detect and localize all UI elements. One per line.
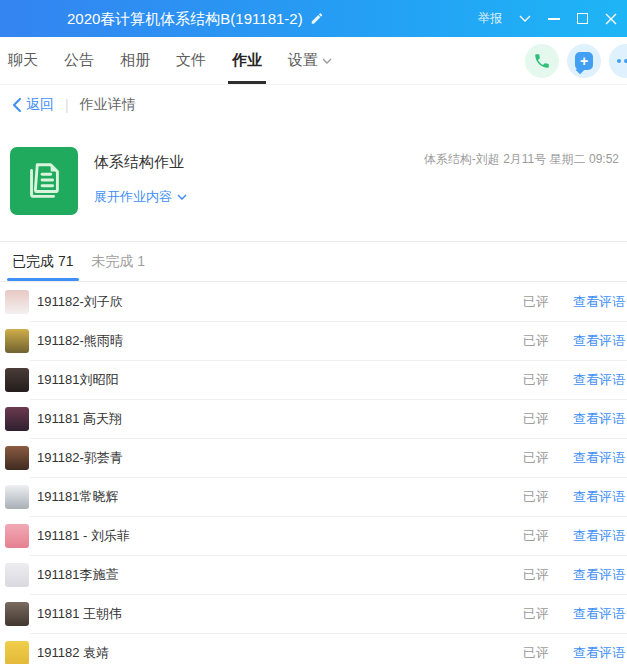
nav-tab-label: 文件 (176, 51, 206, 70)
homework-title: 体系结构作业 (94, 153, 187, 172)
chevron-left-icon (12, 98, 21, 112)
tab-completed[interactable]: 已完成 71 (12, 242, 73, 281)
nav-tab-albums[interactable]: 相册 (120, 37, 150, 84)
status-badge: 已评 (523, 644, 549, 662)
homework-card: 体系结构作业 展开作业内容 体系结构-刘超 2月11号 星期二 09:52 (0, 123, 627, 241)
avatar (5, 563, 29, 587)
student-name: 191182 袁靖 (37, 644, 523, 662)
close-icon[interactable] (605, 13, 617, 25)
avatar (5, 641, 29, 664)
view-comment-link[interactable]: 查看评语 (573, 605, 625, 623)
status-badge: 已评 (523, 449, 549, 467)
phone-icon (533, 52, 551, 70)
status-badge: 已评 (523, 488, 549, 506)
chat-bubble-plus-icon: + (575, 52, 593, 70)
student-row: 191181李施萱 已评 查看评语 (0, 555, 627, 594)
avatar (5, 368, 29, 392)
student-row: 191181 高天翔 已评 查看评语 (0, 399, 627, 438)
student-name: 191181 王朝伟 (37, 605, 523, 623)
view-comment-link[interactable]: 查看评语 (573, 332, 625, 350)
status-badge: 已评 (523, 566, 549, 584)
nav-tab-settings[interactable]: 设置 (288, 37, 332, 84)
breadcrumb-separator: | (65, 97, 69, 113)
student-name: 191181 高天翔 (37, 410, 523, 428)
nav-tabs: 聊天 公告 相册 文件 作业 设置 (8, 37, 358, 84)
student-name: 191182-熊雨晴 (37, 332, 523, 350)
back-button[interactable]: 返回 (12, 96, 54, 114)
window-titlebar: 2020春计算机体系结构B(191181-2) 举报 (0, 0, 627, 37)
edit-pencil-icon[interactable] (310, 12, 324, 26)
status-badge: 已评 (523, 527, 549, 545)
student-name: 191181刘昭阳 (37, 371, 523, 389)
nav-tab-homework[interactable]: 作业 (232, 37, 262, 84)
student-list: 191182-刘子欣 已评 查看评语 191182-熊雨晴 已评 查看评语 19… (0, 282, 627, 664)
nav-tab-label: 聊天 (8, 51, 38, 70)
view-comment-link[interactable]: 查看评语 (573, 488, 625, 506)
more-button[interactable] (609, 44, 627, 78)
view-comment-link[interactable]: 查看评语 (573, 293, 625, 311)
nav-bar: 聊天 公告 相册 文件 作业 设置 + (0, 37, 627, 85)
homework-meta: 体系结构-刘超 2月11号 星期二 09:52 (424, 151, 619, 168)
avatar (5, 446, 29, 470)
chevron-down-icon[interactable] (519, 15, 531, 22)
nav-tab-label: 作业 (232, 51, 262, 70)
window-title: 2020春计算机体系结构B(191181-2) (67, 9, 324, 28)
active-tab-underline (228, 81, 266, 84)
view-comment-link[interactable]: 查看评语 (573, 527, 625, 545)
window-controls: 举报 (478, 0, 617, 37)
avatar (5, 524, 29, 548)
status-badge: 已评 (523, 605, 549, 623)
view-comment-link[interactable]: 查看评语 (573, 644, 625, 662)
filter-tab-label: 未完成 1 (91, 253, 145, 271)
back-label: 返回 (26, 96, 54, 114)
filter-tab-label: 已完成 71 (12, 253, 73, 271)
avatar (5, 407, 29, 431)
page-title: 作业详情 (80, 96, 136, 114)
avatar (5, 290, 29, 314)
view-comment-link[interactable]: 查看评语 (573, 371, 625, 389)
nav-tab-label: 公告 (64, 51, 94, 70)
student-row: 191182-刘子欣 已评 查看评语 (0, 282, 627, 321)
new-chat-button[interactable]: + (567, 44, 601, 78)
nav-tab-chat[interactable]: 聊天 (8, 37, 38, 84)
avatar (5, 329, 29, 353)
nav-tab-announcements[interactable]: 公告 (64, 37, 94, 84)
student-name: 191182-郭荟青 (37, 449, 523, 467)
student-name: 191181常晓辉 (37, 488, 523, 506)
report-button[interactable]: 举报 (478, 10, 502, 27)
chevron-down-icon (177, 194, 187, 200)
maximize-button[interactable] (577, 13, 588, 24)
student-row: 191181 - 刘乐菲 已评 查看评语 (0, 516, 627, 555)
student-row: 191182 袁靖 已评 查看评语 (0, 633, 627, 664)
student-name: 191181 - 刘乐菲 (37, 527, 523, 545)
tab-incomplete[interactable]: 未完成 1 (91, 242, 145, 281)
nav-tab-label: 设置 (288, 51, 318, 70)
status-badge: 已评 (523, 332, 549, 350)
phone-call-button[interactable] (525, 44, 559, 78)
student-row: 191181常晓辉 已评 查看评语 (0, 477, 627, 516)
nav-tab-label: 相册 (120, 51, 150, 70)
view-comment-link[interactable]: 查看评语 (573, 566, 625, 584)
nav-action-icons: + (525, 44, 627, 78)
student-row: 191182-熊雨晴 已评 查看评语 (0, 321, 627, 360)
homework-document-icon (10, 147, 78, 215)
window-title-text: 2020春计算机体系结构B(191181-2) (67, 9, 303, 28)
student-row: 191182-郭荟青 已评 查看评语 (0, 438, 627, 477)
status-badge: 已评 (523, 371, 549, 389)
student-row: 191181 王朝伟 已评 查看评语 (0, 594, 627, 633)
breadcrumb: 返回 | 作业详情 (0, 87, 627, 123)
avatar (5, 485, 29, 509)
student-row: 191181刘昭阳 已评 查看评语 (0, 360, 627, 399)
homework-main: 体系结构作业 展开作业内容 (94, 147, 187, 241)
chevron-down-icon (322, 58, 332, 64)
expand-homework-label: 展开作业内容 (94, 188, 172, 206)
ellipsis-icon (617, 59, 627, 63)
view-comment-link[interactable]: 查看评语 (573, 449, 625, 467)
minimize-button[interactable] (548, 18, 560, 20)
nav-tab-files[interactable]: 文件 (176, 37, 206, 84)
student-name: 191182-刘子欣 (37, 293, 523, 311)
view-comment-link[interactable]: 查看评语 (573, 410, 625, 428)
expand-homework-link[interactable]: 展开作业内容 (94, 188, 187, 206)
active-filter-underline (7, 278, 79, 281)
filter-tabs: 已完成 71 未完成 1 (0, 241, 627, 282)
